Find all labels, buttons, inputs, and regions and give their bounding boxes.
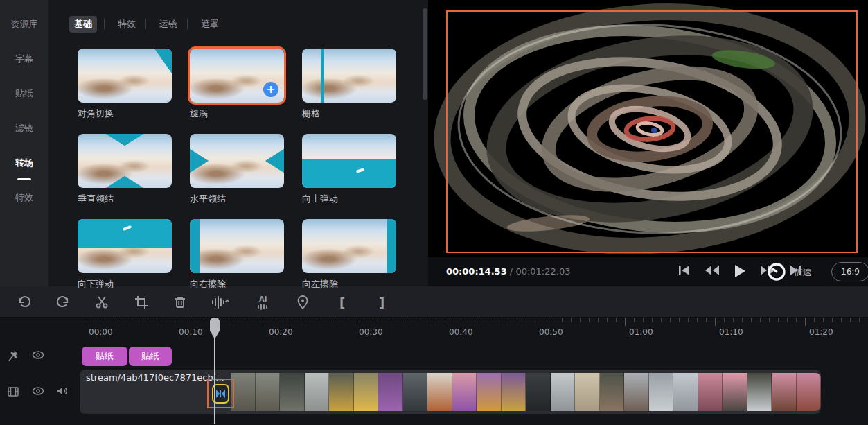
ruler-tick [805,318,806,326]
ruler-label: 01:10 [719,327,743,337]
bracket-in-icon[interactable]: [ [332,292,353,313]
skip-start-button[interactable] [675,263,693,280]
sticker-visibility-eye-icon[interactable] [32,349,44,363]
video-clip[interactable]: stream/4ab417f0ec7871ecbf... [80,370,821,414]
ai-caption-icon[interactable]: AI [254,292,274,313]
bracket-out-icon[interactable]: ] [371,292,392,313]
sidebar-item-filters[interactable]: 滤镜 [0,122,48,135]
sidebar-item-subtitles[interactable]: 字幕 [0,53,48,65]
ruler-tick [625,318,626,326]
video-frame-thumb [329,373,354,411]
ruler-tick [832,318,833,322]
transition-thumbnail[interactable] [302,134,396,188]
timeline-ruler[interactable]: 00:0000:1000:2000:3000:4000:5001:0001:10… [0,318,868,345]
tab-mask[interactable]: 遮罩 [196,16,224,33]
transition-thumbnail[interactable] [78,219,172,273]
transition-item-bowtie-h[interactable]: 水平领结 [190,134,284,205]
ruler-tick [319,318,319,322]
video-frame-thumb [427,373,452,411]
crop-icon[interactable] [131,292,152,313]
ruler-tick [661,318,662,322]
transition-marker-selection[interactable] [207,379,234,408]
ruler-tick [823,318,824,322]
transition-thumbnail[interactable] [78,49,172,103]
marker-pin-icon[interactable] [292,292,313,313]
transition-thumbnail[interactable] [190,134,284,188]
video-frame-thumb [772,373,797,411]
tab-separator [145,19,146,29]
transition-thumbnail[interactable] [302,219,396,273]
transition-thumbnail[interactable] [78,134,172,188]
transition-item-diagonal[interactable]: 对角切换 [78,49,172,120]
transition-item-bounce-up[interactable]: 向上弹动 [302,134,396,205]
transition-overlay [302,49,396,103]
add-transition-button[interactable]: + [263,82,278,97]
ruler-tick [112,318,112,322]
filmstrip-track-icon[interactable] [8,386,19,399]
transition-item-grid[interactable]: 栅格 [302,49,396,120]
transition-item-wipe-left[interactable]: 向左擦除 [302,219,396,290]
ruler-tick [652,318,653,322]
video-frame-thumb [452,373,477,411]
speed-label[interactable]: 倍速 [794,266,812,279]
ruler-tick [364,318,364,322]
rewind-button[interactable] [703,263,721,280]
sidebar-item-effects[interactable]: 特效 [0,191,48,204]
tab-effect[interactable]: 特效 [113,16,141,33]
ruler-tick [184,318,184,322]
redo-icon[interactable] [53,292,73,313]
transition-name: 向右擦除 [190,278,284,290]
aspect-ratio-button[interactable]: 16:9 [831,262,868,281]
ruler-tick [544,318,544,322]
transition-thumbnail[interactable] [190,219,284,273]
preview-panel: 00:00:14.53 / 00:01:22.03 [428,0,868,286]
audio-wave-icon[interactable] [210,292,231,313]
ruler-tick [328,318,328,322]
transition-item-bowtie-v[interactable]: 垂直领结 [78,134,172,205]
video-frame-thumb [747,373,772,411]
sidebar-item-transitions[interactable]: 转场 [0,157,48,169]
ruler-tick [445,318,445,326]
playback-bar: 00:00:14.53 / 00:01:22.03 [428,257,868,286]
pin-track-icon[interactable] [8,350,19,364]
mute-speaker-icon[interactable] [56,385,69,399]
transition-name: 栅格 [302,107,396,120]
sidebar-item-stickers[interactable]: 贴纸 [0,87,48,100]
play-button[interactable] [731,263,749,280]
panel-scrollbar[interactable] [423,8,427,100]
playback-right-controls: 倍速 16:9 [768,257,868,286]
ruler-tick [139,318,139,322]
ruler-tick [454,318,454,322]
video-frame-thumb [673,373,698,411]
transition-thumbnail[interactable]: + [190,49,284,103]
tab-camera[interactable]: 运镜 [154,16,182,33]
video-frame-thumb [797,373,822,411]
transition-thumbnail[interactable] [302,49,396,103]
ruler-label: 00:00 [89,327,113,337]
transition-item-swirl[interactable]: +旋涡 [190,49,284,120]
ruler-tick [301,318,301,322]
ruler-tick [391,318,391,322]
transition-overlay [190,134,284,188]
tab-basic[interactable]: 基础 [69,16,97,33]
video-frame-thumb [698,373,723,411]
transition-item-wipe-right[interactable]: 向右擦除 [190,219,284,290]
ruler-tick [220,318,220,322]
ruler-tick [202,318,202,322]
ruler-tick [508,318,508,322]
ruler-tick [526,318,526,322]
transition-item-bounce-down[interactable]: 向下弹动 [78,219,172,290]
preview-selection-rect[interactable] [446,10,858,253]
delete-trash-icon[interactable] [170,292,191,313]
video-visibility-eye-icon[interactable] [32,385,44,399]
sticker-clip[interactable]: 贴纸 [129,347,172,366]
cut-scissors-icon[interactable] [91,292,112,313]
sticker-clip[interactable]: 贴纸 [82,347,127,366]
ruler-tick [634,318,635,322]
undo-icon[interactable] [14,292,35,313]
speedometer-icon[interactable] [768,263,786,284]
transition-name: 对角切换 [78,107,172,120]
svg-text:AI: AI [259,295,267,303]
ruler-tick [841,318,842,322]
sidebar-item-library[interactable]: 资源库 [0,18,48,31]
